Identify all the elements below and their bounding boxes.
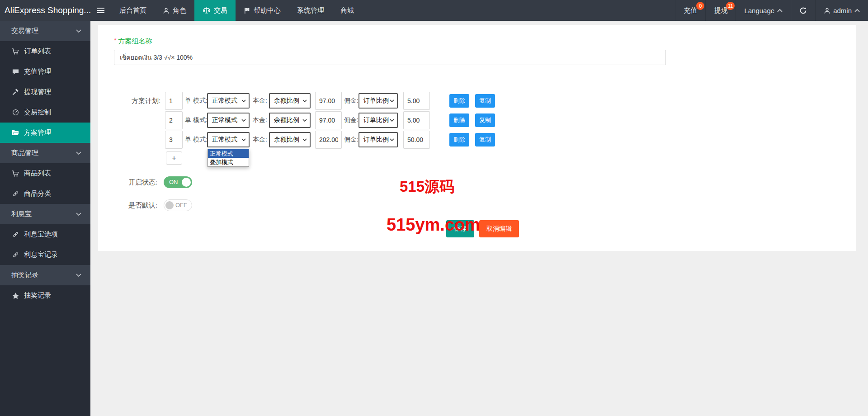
- folder-icon: [11, 130, 19, 136]
- delete-row-button[interactable]: 删除: [449, 133, 469, 147]
- brand-title: AliExpress Shopping...: [0, 0, 90, 21]
- sidebar-item-interest-records[interactable]: 利息宝记录: [0, 245, 90, 265]
- plan-row: 单 模式: 正常模式 本金: 余额比例 佣金: 订单: [165, 111, 495, 129]
- mode-select[interactable]: 正常模式: [207, 113, 250, 128]
- commission-input[interactable]: [403, 92, 430, 110]
- sidebar-item-plan-mgmt[interactable]: 方案管理: [0, 123, 90, 143]
- principal-type-select[interactable]: 余额比例: [269, 132, 311, 147]
- chevron-down-icon: [76, 29, 81, 33]
- sidebar-item-product-category[interactable]: 商品分类: [0, 184, 90, 204]
- scales-icon: [203, 7, 211, 14]
- plan-edit-card: *方案组名称 方案计划: 单 模式: 正常模式 本金:: [98, 25, 856, 251]
- dropdown-option-stacked[interactable]: 叠加模式: [208, 158, 249, 166]
- copy-row-button[interactable]: 复制: [475, 133, 495, 147]
- nav-item-roles[interactable]: 角色: [155, 0, 194, 21]
- status-toggle[interactable]: ON: [164, 176, 192, 188]
- status-row: 开启状态: ON: [128, 176, 856, 188]
- main-content: *方案组名称 方案计划: 单 模式: 正常模式 本金:: [90, 21, 868, 416]
- sidebar-item-interest-options[interactable]: 利息宝选项: [0, 224, 90, 245]
- principal-label: 本金:: [253, 97, 269, 105]
- sidebar-item-lottery-records[interactable]: 抽奖记录: [0, 285, 90, 306]
- commission-type-select[interactable]: 订单比例: [359, 113, 398, 128]
- nav-item-trade[interactable]: 交易: [194, 0, 236, 21]
- sidebar-item-product-list[interactable]: 商品列表: [0, 163, 90, 184]
- dropdown-option-normal[interactable]: 正常模式: [208, 149, 249, 158]
- gavel-icon: [11, 89, 19, 95]
- recharge-button[interactable]: 充值 0: [675, 0, 705, 21]
- nav-item-home[interactable]: 后台首页: [111, 0, 155, 21]
- delete-row-button[interactable]: 删除: [449, 94, 469, 108]
- group-name-label: *方案组名称: [114, 37, 856, 46]
- save-button[interactable]: 保存: [446, 220, 474, 237]
- sidebar-item-order-list[interactable]: 订单列表: [0, 41, 90, 61]
- principal-type-select[interactable]: 余额比例: [269, 113, 311, 128]
- principal-label: 本金:: [253, 116, 269, 124]
- nav-item-system[interactable]: 系统管理: [289, 0, 332, 21]
- select-caret-icon: [241, 119, 246, 122]
- commission-type-select[interactable]: 订单比例: [359, 93, 398, 109]
- commission-input[interactable]: [403, 111, 430, 129]
- topbar-right: 充值 0 提现 11 Language admin: [675, 0, 868, 21]
- select-caret-icon: [390, 119, 394, 122]
- principal-input[interactable]: [315, 131, 342, 149]
- withdraw-badge: 11: [726, 2, 735, 10]
- chevron-down-icon: [76, 151, 81, 155]
- mode-select[interactable]: 正常模式: [207, 93, 250, 109]
- sidebar-group-trade-mgmt[interactable]: 交易管理: [0, 21, 90, 41]
- nav-item-mall[interactable]: 商城: [332, 0, 362, 21]
- select-caret-icon: [302, 138, 307, 141]
- commission-label: 佣金:: [344, 136, 359, 144]
- nav-item-help-center[interactable]: 帮助中心: [236, 0, 289, 21]
- link-icon: [11, 190, 19, 197]
- withdraw-button[interactable]: 提现 11: [705, 0, 736, 21]
- action-row: 保存 取消编辑: [446, 220, 856, 237]
- commission-type-select[interactable]: 订单比例: [359, 132, 398, 147]
- top-nav: 后台首页 角色 交易 帮助中心 系统管理 商城: [111, 0, 362, 21]
- default-toggle[interactable]: OFF: [164, 199, 192, 211]
- plan-row: 单 模式: 正常模式 正常模式 叠加模式 本金: 余额比例: [165, 130, 495, 149]
- cancel-edit-button[interactable]: 取消编辑: [479, 220, 519, 237]
- mode-select-dropdown: 正常模式 叠加模式: [208, 149, 249, 167]
- add-row-button[interactable]: +: [166, 151, 182, 165]
- mode-select-open[interactable]: 正常模式 正常模式 叠加模式: [207, 132, 250, 147]
- mode-label: 单 模式:: [185, 116, 206, 124]
- admin-menu[interactable]: admin: [815, 0, 868, 21]
- user-icon: [824, 7, 830, 14]
- refresh-button[interactable]: [791, 0, 815, 21]
- toggle-knob: [165, 201, 174, 209]
- sidebar: 交易管理 订单列表 充值管理 提现管理 交易控制 方案管理 商品管理 商品列表 …: [0, 21, 90, 416]
- link-icon: [11, 231, 19, 238]
- sidebar-group-lottery-records[interactable]: 抽奖记录: [0, 265, 90, 285]
- sidebar-item-recharge-mgmt[interactable]: 充值管理: [0, 61, 90, 82]
- select-caret-icon: [302, 99, 307, 102]
- group-name-input[interactable]: [114, 50, 666, 65]
- principal-input[interactable]: [315, 92, 342, 110]
- sidebar-item-withdraw-mgmt[interactable]: 提现管理: [0, 82, 90, 102]
- default-label: 是否默认:: [128, 201, 164, 210]
- row-index-input[interactable]: [165, 92, 183, 110]
- row-index-input[interactable]: [165, 111, 183, 129]
- principal-label: 本金:: [253, 136, 269, 144]
- star-icon: [11, 293, 19, 299]
- select-caret-icon: [390, 138, 394, 141]
- row-index-input[interactable]: [165, 131, 183, 149]
- sidebar-group-interest-bao[interactable]: 利息宝: [0, 204, 90, 224]
- delete-row-button[interactable]: 删除: [449, 113, 469, 127]
- link-icon: [11, 251, 19, 258]
- default-row: 是否默认: OFF: [128, 199, 856, 211]
- sidebar-item-trade-control[interactable]: 交易控制: [0, 102, 90, 123]
- select-caret-icon: [390, 99, 394, 102]
- chevron-down-icon: [76, 213, 81, 216]
- sidebar-group-product-mgmt[interactable]: 商品管理: [0, 143, 90, 163]
- chevron-up-icon: [854, 9, 860, 12]
- principal-input[interactable]: [315, 111, 342, 129]
- plan-row: 单 模式: 正常模式 本金: 余额比例 佣金: 订单: [165, 91, 495, 110]
- sidebar-toggle-button[interactable]: [90, 0, 111, 21]
- chevron-down-icon: [76, 274, 81, 277]
- copy-row-button[interactable]: 复制: [475, 113, 495, 127]
- principal-type-select[interactable]: 余额比例: [269, 93, 311, 109]
- language-dropdown[interactable]: Language: [736, 0, 791, 21]
- commission-input[interactable]: [403, 131, 430, 149]
- copy-row-button[interactable]: 复制: [475, 94, 495, 108]
- select-caret-icon: [241, 99, 246, 102]
